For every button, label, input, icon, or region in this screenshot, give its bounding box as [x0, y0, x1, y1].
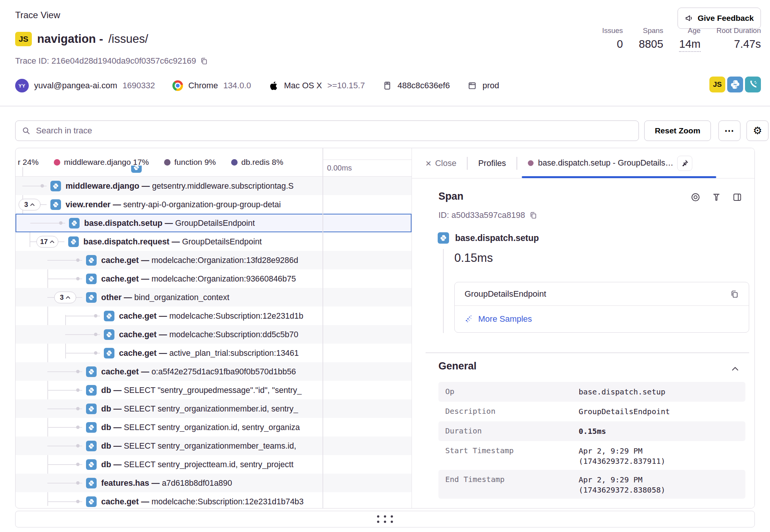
trace-span-row[interactable]: 3 view.render — sentry-api-0-organizatio…	[16, 195, 412, 214]
tree-connector-dot	[94, 314, 97, 318]
platform-badges: JS	[709, 77, 761, 92]
gear-icon: ⚙	[753, 125, 762, 137]
avatar: YY	[15, 79, 29, 92]
chevron-up-icon[interactable]	[730, 364, 740, 374]
legend-item[interactable]: function 9%	[164, 158, 216, 167]
give-feedback-button[interactable]: Give Feedback	[678, 8, 761, 29]
trace-span-row[interactable]: cache.get — modelcache:Subscription:12e2…	[16, 307, 412, 325]
trace-span-row[interactable]: 17 base.dispatch.request — GroupDetailsE…	[16, 232, 412, 251]
trace-search-box	[15, 120, 639, 141]
device-icon	[382, 81, 392, 91]
environment-label: prod	[482, 81, 499, 91]
legend-item-truncated[interactable]: r 24%	[18, 158, 39, 167]
span-duration: 0.15ms	[454, 251, 493, 265]
section-divider	[426, 352, 749, 353]
user-email: yuval@pangea-ai.com	[34, 81, 117, 91]
general-value: 0.15ms	[579, 421, 739, 437]
tree-connector-dot	[76, 388, 80, 392]
os-version: >=10.15.7	[327, 81, 365, 91]
trace-meta-row: YY yuval@pangea-ai.com 1690332 Chrome 13…	[15, 79, 499, 92]
python-icon	[50, 181, 61, 191]
general-value: Apr 2, 9:29 PM (1743629372.838058)	[579, 470, 739, 495]
trace-span-row[interactable]: cache.get — modelcache:Organization:9366…	[16, 269, 412, 288]
os-name: Mac OS X	[284, 81, 322, 91]
trace-span-row[interactable]: db — SELECT sentry_projectteam.id, sentr…	[16, 455, 412, 474]
trace-span-row[interactable]: cache.get — active_plan_trial:subscripti…	[16, 344, 412, 362]
trace-span-row[interactable]: cache.get — o:a5f42e275d1ac91fba90f0b570…	[16, 362, 412, 381]
trace-span-row[interactable]: base.dispatch.setup — GroupDetailsEndpoi…	[16, 214, 412, 232]
trace-id-text: Trace ID: 216e04d28d1940da9c0f0357c6c921…	[15, 56, 196, 66]
target-icon[interactable]	[690, 192, 701, 202]
browser-name: Chrome	[188, 81, 218, 91]
tree-connector-dot	[76, 500, 80, 503]
trace-span-row[interactable]: cache.get — modelcache:Subscription:dd5c…	[16, 325, 412, 344]
tree-connector-dot	[94, 351, 97, 355]
copy-icon[interactable]	[200, 57, 208, 65]
trace-span-row[interactable]: middleware.django — getsentry.middleware…	[16, 177, 412, 195]
flask-platform-icon	[745, 77, 761, 92]
drag-handle-icon[interactable]	[377, 515, 393, 523]
span-label: db — SELECT sentry_projectteam.id, sentr…	[101, 460, 322, 469]
page-title: Trace View	[15, 10, 60, 20]
copy-icon[interactable]	[529, 211, 537, 219]
tab-profiles[interactable]: Profiles	[478, 158, 506, 168]
more-samples-link[interactable]: More Samples	[478, 314, 532, 324]
javascript-platform-icon: JS	[709, 77, 725, 92]
span-label: cache.get — o:a5f42e275d1ac91fba90f0b570…	[101, 367, 322, 376]
span-label: features.has — a7d618b8df01a890	[101, 478, 322, 488]
legend-item[interactable]: db.redis 8%	[231, 158, 283, 167]
trace-id-row: Trace ID: 216e04d28d1940da9c0f0357c6c921…	[15, 56, 208, 66]
samples-icon	[465, 315, 474, 324]
python-icon	[86, 366, 97, 377]
stat-label: Spans	[639, 27, 664, 35]
tree-connector-dot	[41, 184, 44, 188]
span-label: cache.get — modelcache:Subscription:12e2…	[101, 497, 322, 506]
timeline-divider	[322, 148, 323, 509]
trace-span-row[interactable]: db — SELECT sentry_organizationmember_te…	[16, 437, 412, 455]
pin-tab-button[interactable]	[677, 156, 692, 171]
tree-connector-dot	[76, 277, 80, 280]
trace-span-row[interactable]: features.has — a7d618b8df01a890	[16, 474, 412, 492]
trace-span-row[interactable]: cache.get — modelcache:Subscription:12e2…	[16, 492, 412, 509]
span-count-badge[interactable]: 3	[54, 291, 76, 303]
split-view-icon[interactable]	[732, 192, 742, 202]
span-label: cache.get — modelcache:Organization:9366…	[101, 274, 322, 283]
python-icon	[86, 441, 97, 451]
tree-connector-dot	[76, 463, 80, 466]
span-count-badge[interactable]: 3	[19, 199, 41, 210]
funnel-icon[interactable]	[711, 192, 721, 202]
span-id-row: ID: a50d33a597ca8198	[438, 210, 537, 220]
pin-icon	[681, 159, 689, 167]
stat-value: 8805	[639, 38, 664, 50]
trace-span-row[interactable]: db — SELECT sentry_organization.id, sent…	[16, 418, 412, 437]
search-input[interactable]	[35, 125, 632, 136]
span-label: cache.get — modelcache:Organization:13fd…	[101, 255, 322, 265]
settings-button[interactable]: ⚙	[747, 120, 768, 141]
python-icon	[131, 166, 142, 173]
user-id: 1690332	[122, 81, 155, 91]
reset-zoom-button[interactable]: Reset Zoom	[644, 120, 711, 141]
trace-span-row[interactable]: db — SELECT sentry_organizationmember.id…	[16, 399, 412, 418]
tree-connector-dot	[76, 426, 80, 429]
span-heading: Span	[438, 191, 463, 202]
python-icon	[86, 274, 97, 284]
python-icon	[69, 218, 80, 228]
trace-span-row[interactable]: cache.get — modelcache:Organization:13fd…	[16, 251, 412, 269]
tree-connector-dot	[76, 258, 80, 262]
span-label: view.render — sentry-api-0-organization-…	[66, 200, 322, 209]
trace-stat: Spans 8805	[639, 27, 664, 52]
general-table-row: Op base.dispatch.setup	[438, 382, 745, 402]
copy-icon[interactable]	[730, 289, 739, 299]
close-detail-button[interactable]: × Close	[426, 158, 456, 168]
stat-label: Age	[679, 27, 700, 35]
device-id: 488c8c636ef6	[398, 81, 450, 91]
more-options-button[interactable]: ⋯	[718, 120, 740, 141]
general-key: Duration	[445, 421, 579, 435]
tab-active-span[interactable]: base.dispatch.setup - GroupDetails…	[528, 158, 673, 168]
trace-title-path: /issues/	[108, 32, 148, 46]
trace-span-row[interactable]: 3 other — bind_organization_context	[16, 288, 412, 307]
trace-span-row[interactable]: db — SELECT "sentry_groupedmessage"."id"…	[16, 381, 412, 399]
stat-label: Issues	[602, 27, 623, 35]
span-count-badge[interactable]: 17	[36, 236, 58, 247]
span-description: GroupDetailsEndpoint	[465, 289, 546, 299]
